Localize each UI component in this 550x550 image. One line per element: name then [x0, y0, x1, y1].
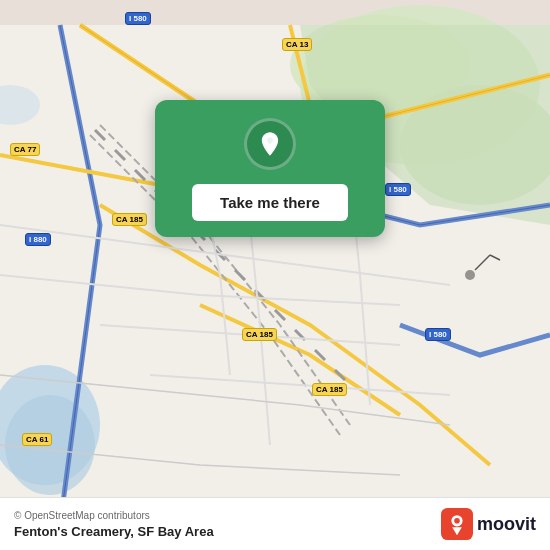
highway-label-ca61: CA 61: [22, 433, 52, 446]
highway-label-ca185-2: CA 185: [242, 328, 277, 341]
svg-point-24: [267, 137, 274, 144]
bottom-bar: © OpenStreetMap contributors Fenton's Cr…: [0, 497, 550, 550]
moovit-logo-icon: [441, 508, 473, 540]
highway-label-i580-2: I 580: [385, 183, 411, 196]
take-me-there-button[interactable]: Take me there: [192, 184, 348, 221]
bottom-bar-info: © OpenStreetMap contributors Fenton's Cr…: [14, 510, 214, 539]
highway-label-ca185-1: CA 185: [112, 213, 147, 226]
highway-label-i580-3: I 580: [425, 328, 451, 341]
highway-label-ca13: CA 13: [282, 38, 312, 51]
moovit-text: moovit: [477, 514, 536, 535]
svg-point-21: [465, 270, 475, 280]
map-svg: [0, 0, 550, 550]
location-title: Fenton's Creamery, SF Bay Area: [14, 524, 214, 539]
highway-label-i580-1: I 580: [125, 12, 151, 25]
popup-card[interactable]: Take me there: [155, 100, 385, 237]
location-pin-icon: [244, 118, 296, 170]
highway-label-ca77: CA 77: [10, 143, 40, 156]
highway-label-i880: I 880: [25, 233, 51, 246]
moovit-logo: moovit: [441, 508, 536, 540]
svg-point-27: [454, 518, 460, 524]
attribution-text: © OpenStreetMap contributors: [14, 510, 214, 521]
highway-label-ca185-3: CA 185: [312, 383, 347, 396]
map-container: I 580 CA 13 CA 77 I 880 CA 185 I 580 CA …: [0, 0, 550, 550]
